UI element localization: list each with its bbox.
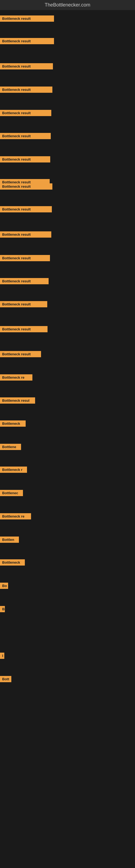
- bottleneck-result-item[interactable]: Bottleneck result: [0, 110, 51, 116]
- bottleneck-result-item[interactable]: Bottleneck result: [0, 63, 53, 69]
- bottleneck-result-item[interactable]: Bottleneck: [0, 421, 26, 427]
- bottleneck-result-item[interactable]: Bottleneck result: [0, 278, 49, 284]
- bottleneck-result-item[interactable]: Bottleneck result: [0, 16, 54, 22]
- bottleneck-result-item[interactable]: Bottleneck result: [0, 206, 52, 212]
- bottleneck-result-item[interactable]: Bott: [0, 676, 11, 682]
- bottleneck-result-item[interactable]: Bottleneck result: [0, 351, 41, 357]
- bottleneck-result-item[interactable]: B: [0, 606, 5, 612]
- bottleneck-result-item[interactable]: Bottleneck re: [0, 374, 32, 380]
- bottleneck-result-item[interactable]: Bottleneck result: [0, 156, 50, 162]
- bottleneck-result-item[interactable]: I: [0, 653, 4, 659]
- bottleneck-result-item[interactable]: Bottleneck result: [0, 38, 54, 44]
- bottleneck-result-item[interactable]: Bottleneck resul: [0, 397, 35, 404]
- bottleneck-result-item[interactable]: Bottleneck result: [0, 326, 48, 332]
- bottleneck-result-item[interactable]: Bottlenec: [0, 490, 23, 496]
- bottleneck-result-item[interactable]: Bottleneck: [0, 559, 25, 565]
- bottleneck-result-item[interactable]: Bottleneck result: [0, 87, 52, 93]
- bottleneck-result-item[interactable]: Bottlen: [0, 536, 19, 543]
- bottleneck-result-item[interactable]: Bottleneck result: [0, 133, 51, 139]
- bottleneck-result-item[interactable]: Bottleneck result: [0, 183, 52, 190]
- bottleneck-result-item[interactable]: Bo: [0, 583, 8, 589]
- site-title: TheBottlenecker.com: [0, 0, 135, 10]
- bottleneck-result-item[interactable]: Bottlene: [0, 444, 21, 450]
- bottleneck-result-item[interactable]: Bottleneck result: [0, 255, 50, 261]
- bottleneck-result-item[interactable]: Bottleneck result: [0, 231, 51, 238]
- bottleneck-result-item[interactable]: Bottleneck re: [0, 513, 31, 520]
- bottleneck-result-item[interactable]: Bottleneck r: [0, 467, 27, 473]
- bottleneck-result-item[interactable]: Bottleneck result: [0, 301, 47, 307]
